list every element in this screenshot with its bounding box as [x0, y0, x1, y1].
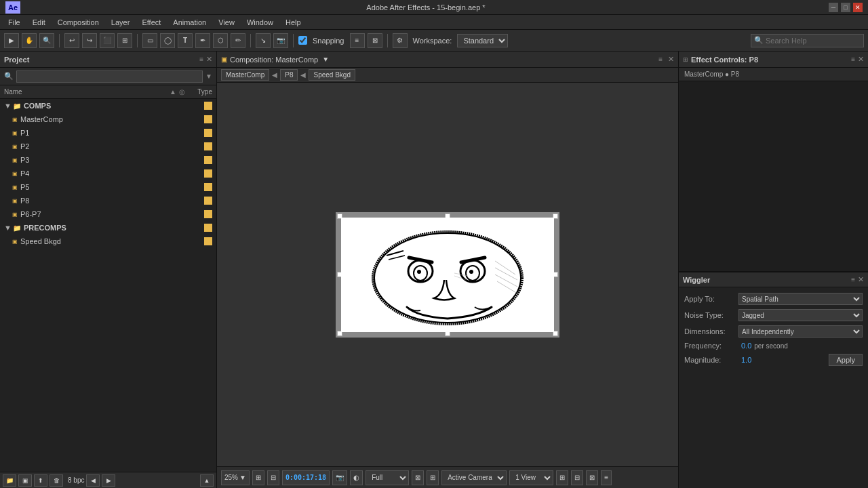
shape-tool-btn[interactable]: ▭	[142, 33, 157, 48]
arrow-tool-btn[interactable]: ↘	[256, 33, 271, 48]
comp-mastercomp[interactable]: ▣ MasterComp	[0, 113, 216, 126]
comp-p3[interactable]: ▣ P3	[0, 153, 216, 167]
project-new-folder-btn[interactable]: 📁	[3, 474, 16, 487]
camera-select[interactable]: Active Camera	[441, 470, 507, 485]
frame-step-btn[interactable]: ⊞	[252, 470, 264, 485]
comp-p8[interactable]: ▣ P8	[0, 194, 216, 207]
frame-back-btn[interactable]: ⊟	[267, 470, 279, 485]
maximize-btn[interactable]: □	[841, 3, 850, 12]
minimize-btn[interactable]: ─	[829, 3, 838, 12]
menu-edit[interactable]: Edit	[27, 17, 51, 28]
proportional-btn[interactable]: ⊠	[368, 33, 382, 48]
folder-comps[interactable]: ▼ 📁 COMPS	[0, 99, 216, 113]
view-select[interactable]: 1 View 2 Views	[509, 470, 553, 485]
project-options-btn[interactable]: ≡	[199, 56, 203, 63]
timecode-display[interactable]: 0:00:17:18	[282, 470, 330, 485]
project-search-clear[interactable]: ▼	[205, 73, 212, 80]
menu-view[interactable]: View	[213, 17, 240, 28]
comp-p6p7[interactable]: ▣ P6-P7	[0, 207, 216, 221]
ellipse-tool-btn[interactable]: ◯	[160, 33, 175, 48]
wiggler-dimensions-select[interactable]: All Independently All The Same X Only Y …	[738, 325, 863, 338]
comp-view-btn4[interactable]: ≡	[601, 470, 612, 485]
selection-tool-btn[interactable]: ▶	[4, 33, 19, 48]
wiggler-frequency-value[interactable]: 0.0	[741, 342, 751, 350]
comp-panel-close[interactable]: ✕	[668, 55, 674, 64]
comp-speed-bkgd[interactable]: ▣ Speed Bkgd	[0, 235, 216, 248]
breadcrumb-p8[interactable]: P8	[280, 69, 298, 81]
camera-tool-btn[interactable]: 📷	[273, 33, 288, 48]
project-search-input[interactable]	[16, 70, 203, 83]
wiggler-options-btn[interactable]: ≡	[851, 276, 855, 283]
settings-btn[interactable]: ⚙	[393, 33, 408, 48]
undo-btn[interactable]: ↩	[64, 33, 79, 48]
breadcrumb-mastercomp[interactable]: MasterComp	[221, 69, 269, 81]
composition-panel: ▣ Composition: MasterComp ▼ ≡ ✕ MasterCo…	[217, 52, 678, 488]
project-import-btn[interactable]: ⬆	[34, 474, 47, 487]
wiggler-noise-type-select[interactable]: Jagged Smooth	[738, 309, 863, 321]
wiggler-magnitude-row: Magnitude: 1.0 Apply	[684, 354, 863, 366]
wiggler-frequency-unit: per second	[754, 342, 787, 350]
wiggler-close-btn[interactable]: ✕	[858, 275, 864, 284]
menu-layer[interactable]: Layer	[106, 17, 136, 28]
comp-p1[interactable]: ▣ P1	[0, 126, 216, 140]
menu-file[interactable]: File	[3, 17, 26, 28]
channel-btn[interactable]: ◐	[350, 470, 363, 485]
wiggler-apply-to-select[interactable]: Spatial Path Temporal Graph Value Graph	[738, 293, 863, 305]
menu-composition[interactable]: Composition	[52, 17, 104, 28]
close-btn[interactable]: ✕	[853, 3, 863, 12]
comp-panel-collapse[interactable]: ▼	[322, 56, 329, 63]
p3-icon: ▣	[12, 157, 18, 163]
menu-bar: File Edit Composition Layer Effect Anima…	[0, 15, 868, 30]
render-queue-btn[interactable]: ⬛	[100, 33, 115, 48]
col-find-btn[interactable]: ◎	[179, 88, 185, 96]
hand-tool-btn[interactable]: ✋	[22, 33, 37, 48]
workspace-select[interactable]: Standard	[457, 34, 508, 47]
search-input[interactable]	[766, 37, 861, 45]
p5-icon: ▣	[12, 184, 18, 190]
comp-p4[interactable]: ▣ P4	[0, 167, 216, 180]
grid-btn[interactable]: ⊞	[427, 470, 439, 485]
folder-comps-color	[204, 102, 212, 110]
snapping-checkbox[interactable]	[298, 36, 307, 45]
toggle-btn[interactable]: ⊞	[117, 33, 132, 48]
folder-precomps[interactable]: ▼ 📁 PRECOMPS	[0, 221, 216, 235]
brush-tool-btn[interactable]: ✏	[231, 33, 245, 48]
project-prev-btn[interactable]: ◀	[86, 474, 100, 487]
project-scroll-up[interactable]: ▲	[200, 474, 214, 487]
project-search-bar: 🔍 ▼	[0, 68, 216, 85]
snap-options-btn[interactable]: ≡	[350, 33, 365, 48]
menu-help[interactable]: Help	[280, 17, 307, 28]
window-controls[interactable]: ─ □ ✕	[829, 3, 863, 12]
pen-tool-btn[interactable]: ✒	[195, 33, 210, 48]
menu-window[interactable]: Window	[241, 17, 279, 28]
comp-view-btn3[interactable]: ⊠	[586, 470, 598, 485]
menu-effect[interactable]: Effect	[136, 17, 166, 28]
snapshot-btn[interactable]: 📷	[332, 470, 347, 485]
project-next-btn[interactable]: ▶	[102, 474, 115, 487]
folder-precomps-icon: 📁	[13, 224, 21, 232]
comp-view-btn1[interactable]: ⊞	[556, 470, 568, 485]
menu-animation[interactable]: Animation	[167, 17, 212, 28]
comp-view-btn2[interactable]: ⊟	[571, 470, 583, 485]
comp-p5[interactable]: ▣ P5	[0, 180, 216, 194]
quality-select[interactable]: Full Half Quarter	[366, 470, 409, 485]
comp-viewer[interactable]	[217, 83, 678, 466]
wiggler-magnitude-value[interactable]: 1.0	[741, 356, 751, 364]
wiggler-apply-btn[interactable]: Apply	[829, 354, 863, 366]
comp-panel-options[interactable]: ≡	[658, 56, 663, 63]
zoom-tool-btn[interactable]: 🔍	[39, 33, 54, 48]
text-tool-btn[interactable]: T	[178, 33, 193, 48]
zoom-btn[interactable]: 25% ▼	[221, 470, 250, 485]
project-delete-btn[interactable]: 🗑	[50, 474, 63, 487]
project-close-btn[interactable]: ✕	[206, 55, 212, 64]
breadcrumb-speed-bkgd[interactable]: Speed Bkgd	[309, 69, 355, 81]
mask-tool-btn[interactable]: ⬡	[213, 33, 228, 48]
effect-close-btn[interactable]: ✕	[858, 55, 864, 64]
project-new-comp-btn[interactable]: ▣	[18, 474, 32, 487]
effect-options-btn[interactable]: ≡	[851, 56, 855, 63]
redo-btn[interactable]: ↪	[82, 33, 97, 48]
col-sort-btn[interactable]: ▲	[170, 88, 176, 96]
comp-p2[interactable]: ▣ P2	[0, 140, 216, 153]
p1-color	[204, 129, 212, 137]
transparency-btn[interactable]: ⊠	[412, 470, 424, 485]
